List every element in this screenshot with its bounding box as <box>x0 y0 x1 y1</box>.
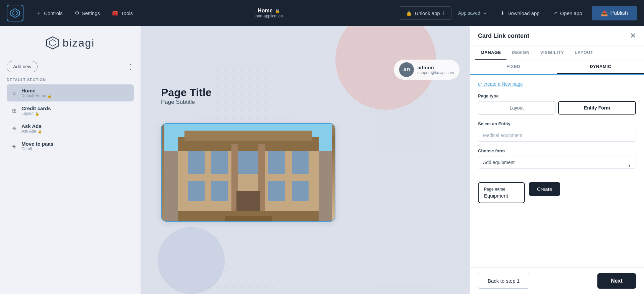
sidebar-item-ask-ada[interactable]: ✳ Ask Ada Ask Ada 🔒 <box>7 120 134 137</box>
tab-layout[interactable]: LAYOUT <box>569 46 598 60</box>
canvas-area: AD admon support@bizagi.com Page Title P… <box>141 26 470 294</box>
bizagi-wordmark: bizagi <box>63 37 95 49</box>
user-name: admon <box>417 65 454 70</box>
add-new-button[interactable]: Add new <box>7 61 38 72</box>
svg-rect-22 <box>225 216 272 221</box>
tools-label: Tools <box>121 10 133 16</box>
top-navigation: ＋ Controls ⚙ Settings 🧰 Tools Home 🔒 loa… <box>0 0 644 26</box>
publish-icon: 📤 <box>601 10 608 16</box>
panel-footer: Back to step 1 Next <box>470 267 644 294</box>
settings-label: Settings <box>82 10 100 16</box>
lock-icon-cards: 🔒 <box>35 112 40 116</box>
main-layout: bizagi Add new ⋮ DEFAULT SECTION ⌂ Home … <box>0 26 644 294</box>
sidebar-item-home[interactable]: ⌂ Home Default Home 🔒 <box>7 84 134 101</box>
download-app-button[interactable]: ⬇ Download app <box>494 7 546 19</box>
download-icon: ⬇ <box>500 10 505 16</box>
create-new-page-link[interactable]: or create a New page <box>478 81 636 87</box>
home-icon: ⌂ <box>11 90 17 96</box>
svg-rect-19 <box>292 181 309 201</box>
page-subtitle: Page Subtitle <box>161 99 212 105</box>
nav-right-actions: 🔒 Unlock app ℹ App saved! ✓ ⬇ Download a… <box>399 6 637 20</box>
external-link-icon: ↗ <box>553 10 557 16</box>
more-options-button[interactable]: ⋮ <box>127 63 134 71</box>
app-saved-indicator: App saved! ✓ <box>453 10 493 16</box>
page-name-create-row: Page name Equipment Create <box>478 182 636 210</box>
svg-marker-1 <box>13 11 17 15</box>
page-type-entity-form-button[interactable]: Entity Form <box>558 101 636 115</box>
lock-icon-ada: 🔒 <box>38 129 42 134</box>
unlock-app-button[interactable]: 🔒 Unlock app ℹ <box>399 6 451 20</box>
tab-design[interactable]: DESIGN <box>506 46 535 60</box>
svg-rect-10 <box>211 151 228 174</box>
svg-rect-8 <box>184 131 312 141</box>
user-email: support@bizagi.com <box>417 70 454 75</box>
panel-body: or create a New page Page type Layout En… <box>470 75 644 267</box>
tab-visibility[interactable]: VISIBILITY <box>535 46 570 60</box>
panel-title: Card Link content <box>478 32 529 40</box>
sidebar-item-credit-cards[interactable]: ⊞ Credit cards Layout 🔒 <box>7 102 134 119</box>
gear-icon: ⚙ <box>75 10 79 16</box>
panel-subtabs: FIXED DYNAMIC <box>470 60 644 75</box>
card-image <box>162 124 335 221</box>
sidebar: bizagi Add new ⋮ DEFAULT SECTION ⌂ Home … <box>0 26 141 294</box>
settings-button[interactable]: ⚙ Settings <box>69 7 106 19</box>
page-name-label: Page name <box>484 187 519 192</box>
bizagi-logo: bizagi <box>7 33 134 53</box>
svg-rect-13 <box>292 151 309 174</box>
lock-icon-home: 🔒 <box>47 94 52 98</box>
form-dropdown[interactable]: Add equipment Edit equipment View equipm… <box>478 156 636 169</box>
plus-icon: ＋ <box>36 10 41 16</box>
page-name-value: Equipment <box>484 193 519 199</box>
controls-button[interactable]: ＋ Controls <box>30 7 69 20</box>
page-name-box: Page name Equipment <box>478 182 525 203</box>
create-button[interactable]: Create <box>529 182 560 196</box>
svg-marker-3 <box>49 40 56 46</box>
page-type-row: Layout Entity Form <box>478 101 636 115</box>
ask-ada-icon: ✳ <box>11 125 17 132</box>
panel-tabs: MANAGE DESIGN VISIBILITY LAYOUT <box>470 46 644 60</box>
svg-marker-2 <box>47 37 59 49</box>
user-info-area: AD admon support@bizagi.com <box>394 60 460 80</box>
credit-card-icon: ⊞ <box>11 107 17 114</box>
svg-rect-12 <box>268 151 285 174</box>
entity-label: Select an Entity <box>478 121 636 126</box>
tools-button[interactable]: 🧰 Tools <box>106 7 139 19</box>
svg-rect-18 <box>268 181 285 201</box>
tools-icon: 🧰 <box>112 10 118 16</box>
app-logo <box>7 5 23 21</box>
form-label: Choose form <box>478 148 636 153</box>
detail-icon: ◈ <box>11 143 17 150</box>
app-title: Home 🔒 <box>258 8 280 14</box>
app-title-area: Home 🔒 loan-application <box>139 8 399 18</box>
svg-rect-9 <box>188 151 205 174</box>
svg-marker-0 <box>11 9 19 17</box>
subtab-dynamic[interactable]: DYNAMIC <box>557 60 644 74</box>
page-title-area: Page Title Page Subtitle <box>161 86 212 105</box>
close-panel-button[interactable]: ✕ <box>630 31 636 40</box>
right-panel: Card Link content ✕ MANAGE DESIGN VISIBI… <box>470 26 644 294</box>
controls-label: Controls <box>44 10 63 16</box>
back-to-step-button[interactable]: Back to step 1 <box>478 273 529 289</box>
page-type-label: Page type <box>478 93 636 98</box>
avatar: AD <box>399 62 414 77</box>
add-new-row: Add new ⋮ <box>7 61 134 72</box>
svg-rect-11 <box>235 151 262 174</box>
sidebar-item-move-to-paas[interactable]: ◈ Move to paas Detail <box>7 138 134 155</box>
tab-manage[interactable]: MANAGE <box>475 46 506 60</box>
svg-rect-16 <box>188 181 205 201</box>
page-type-layout-button[interactable]: Layout <box>478 101 555 115</box>
bg-decoration-2 <box>158 227 225 294</box>
lock2-icon: 🔒 <box>406 10 412 16</box>
next-button[interactable]: Next <box>597 273 636 289</box>
svg-rect-17 <box>211 181 228 201</box>
open-app-button[interactable]: ↗ Open app <box>547 7 588 19</box>
card-container: ☰ ⤢ ✏ 👁 ⊞ ⤡ 🗑 <box>161 123 335 222</box>
form-dropdown-wrapper: Add equipment Edit equipment View equipm… <box>478 156 636 175</box>
info-icon: ℹ <box>443 11 444 16</box>
entity-input[interactable] <box>478 129 636 142</box>
app-subtitle: loan-application <box>255 14 283 18</box>
page-title: Page Title <box>161 86 212 99</box>
subtab-fixed[interactable]: FIXED <box>470 60 557 74</box>
publish-button[interactable]: 📤 Publish <box>592 6 637 20</box>
panel-header: Card Link content ✕ <box>470 26 644 46</box>
